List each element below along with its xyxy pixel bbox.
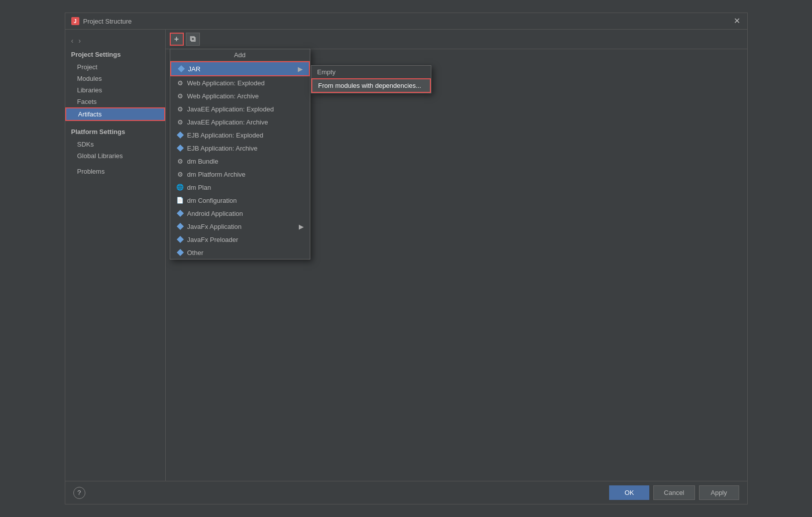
nav-back-button[interactable]: ‹ [69, 36, 76, 46]
sidebar-item-libraries[interactable]: Libraries [65, 84, 165, 96]
project-settings-label: Project Settings [65, 48, 165, 61]
apply-button[interactable]: Apply [699, 485, 739, 500]
copy-button[interactable]: ⧉ [186, 33, 200, 46]
menu-item-dm-plan[interactable]: 🌐 dm Plan [170, 181, 310, 194]
bottom-right: OK Cancel Apply [609, 485, 739, 500]
menu-item-javaee-archive[interactable]: ⚙ JavaEE Application: Archive [170, 115, 310, 128]
dialog-body: ‹ › Project Settings Project Modules Lib… [65, 30, 747, 481]
platform-settings-label: Platform Settings [65, 125, 165, 139]
sidebar-item-problems[interactable]: Problems [65, 166, 165, 177]
add-dropdown: Add JAR ▶ ⚙ Web Application: Exploded [170, 49, 310, 260]
nav-forward-button[interactable]: › [76, 36, 83, 46]
submenu-arrow-javafx: ▶ [299, 223, 304, 230]
menu-item-web-exploded[interactable]: ⚙ Web Application: Exploded [170, 76, 310, 89]
cancel-button[interactable]: Cancel [653, 485, 694, 500]
other-icon [176, 248, 184, 256]
javaee-archive-icon: ⚙ [176, 118, 184, 126]
dm-platform-icon: ⚙ [176, 170, 184, 178]
jar-submenu: Empty From modules with dependencies... [311, 65, 431, 93]
submenu-item-empty[interactable]: Empty [311, 66, 431, 78]
add-menu-header: Add [170, 49, 310, 61]
sidebar-item-project[interactable]: Project [65, 61, 165, 73]
dm-config-icon: 📄 [176, 196, 184, 204]
add-menu: Add JAR ▶ ⚙ Web Application: Exploded [170, 49, 310, 260]
menu-item-ejb-archive[interactable]: EJB Application: Archive [170, 142, 310, 155]
add-button[interactable]: + [170, 33, 184, 46]
submenu-item-from-modules[interactable]: From modules with dependencies... [311, 78, 431, 93]
menu-item-javaee-exploded[interactable]: ⚙ JavaEE Application: Exploded [170, 102, 310, 115]
menu-item-ejb-exploded[interactable]: EJB Application: Exploded [170, 128, 310, 142]
toolbar: + ⧉ [166, 30, 747, 49]
help-button[interactable]: ? [73, 487, 85, 499]
sidebar-item-global-libraries[interactable]: Global Libraries [65, 150, 165, 162]
menu-item-jar[interactable]: JAR ▶ [170, 61, 310, 76]
menu-item-dm-config[interactable]: 📄 dm Configuration [170, 194, 310, 207]
menu-item-javafx-app[interactable]: JavaFx Application ▶ [170, 220, 310, 233]
javaee-exploded-icon: ⚙ [176, 105, 184, 113]
menu-item-javafx-preloader[interactable]: JavaFx Preloader [170, 233, 310, 246]
ok-button[interactable]: OK [609, 485, 649, 500]
jar-icon [177, 65, 185, 73]
main-content: + ⧉ Add JAR ▶ ⚙ [166, 30, 747, 481]
ejb-archive-icon [176, 144, 184, 152]
menu-item-dm-bundle[interactable]: ⚙ dm Bundle [170, 155, 310, 168]
dm-plan-icon: 🌐 [176, 183, 184, 191]
title-bar-left: J Project Structure [71, 17, 132, 25]
web-archive-icon: ⚙ [176, 92, 184, 100]
javafx-app-icon [176, 222, 184, 230]
web-exploded-icon: ⚙ [176, 79, 184, 87]
menu-item-web-archive[interactable]: ⚙ Web Application: Archive [170, 89, 310, 102]
sidebar-item-modules[interactable]: Modules [65, 73, 165, 84]
ejb-exploded-icon [176, 131, 184, 139]
title-bar: J Project Structure ✕ [65, 13, 747, 30]
sidebar-item-facets[interactable]: Facets [65, 96, 165, 107]
bottom-bar: ? OK Cancel Apply [65, 481, 747, 504]
menu-item-android-app[interactable]: Android Application [170, 207, 310, 220]
dm-bundle-icon: ⚙ [176, 157, 184, 165]
project-structure-dialog: J Project Structure ✕ ‹ › Project Settin… [65, 13, 748, 504]
javafx-preloader-icon [176, 235, 184, 243]
menu-item-other[interactable]: Other [170, 246, 310, 259]
sidebar-item-sdks[interactable]: SDKs [65, 139, 165, 150]
menu-item-dm-platform[interactable]: ⚙ dm Platform Archive [170, 168, 310, 181]
app-icon: J [71, 17, 79, 25]
nav-arrows: ‹ › [65, 34, 165, 48]
submenu-arrow-jar: ▶ [298, 65, 303, 73]
close-button[interactable]: ✕ [733, 17, 741, 25]
sidebar-item-artifacts[interactable]: Artifacts [65, 107, 165, 121]
dialog-title: Project Structure [83, 18, 132, 25]
android-app-icon [176, 209, 184, 217]
sidebar: ‹ › Project Settings Project Modules Lib… [65, 30, 166, 481]
